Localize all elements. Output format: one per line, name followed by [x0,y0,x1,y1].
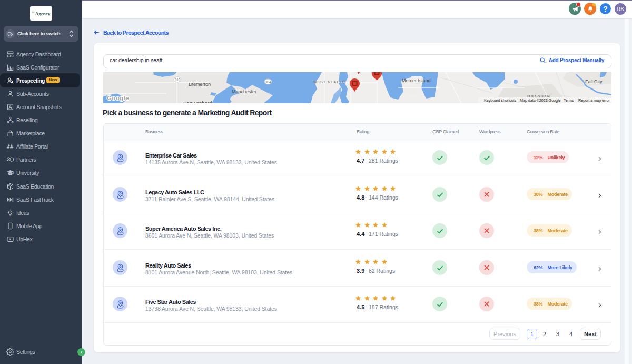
svg-text:Report a map error: Report a map error [578,98,610,103]
svg-text:Port Orchard: Port Orchard [183,100,212,103]
svg-text:Bremerton: Bremerton [189,82,211,87]
svg-text:304: 304 [265,80,271,84]
svg-text:310: 310 [175,78,181,82]
svg-text:Terms: Terms [564,98,574,103]
svg-text:Manchester: Manchester [232,89,256,94]
svg-text:Map data ©2023 Google: Map data ©2023 Google [520,98,561,103]
svg-text:Mercer Island: Mercer Island [402,78,431,83]
svg-text:Google: Google [107,95,129,101]
svg-text:Fall City: Fall City [585,79,603,84]
svg-text:Keyboard shortcuts: Keyboard shortcuts [484,98,517,103]
svg-text:WEST SEATTLE: WEST SEATTLE [313,80,348,84]
